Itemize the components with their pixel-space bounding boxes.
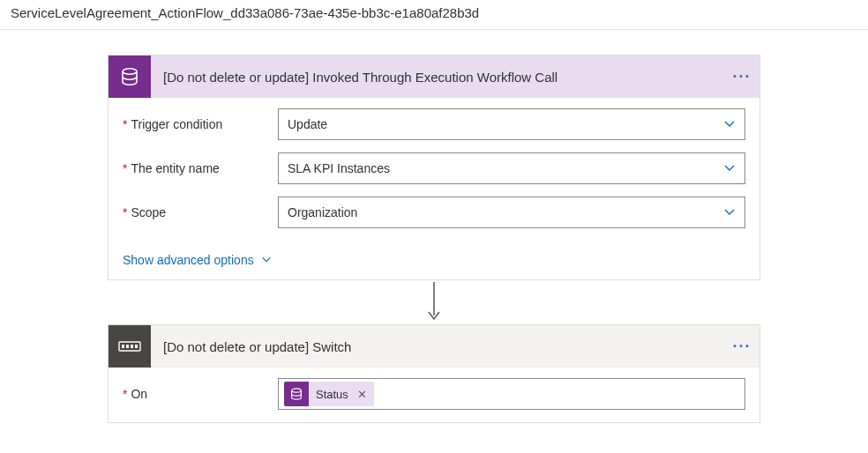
required-star: * xyxy=(123,205,127,219)
trigger-condition-select[interactable]: Update xyxy=(278,108,745,140)
svg-point-0 xyxy=(123,69,137,74)
flow-canvas: [Do not delete or update] Invoked Throug… xyxy=(0,30,868,423)
trigger-card-title: [Do not delete or update] Invoked Throug… xyxy=(151,70,724,85)
switch-card-body: * On Status xyxy=(108,368,760,422)
scope-select[interactable]: Organization xyxy=(278,197,745,228)
status-token[interactable]: Status ✕ xyxy=(284,382,374,406)
trigger-card-body: * Trigger condition Update * The entity … xyxy=(108,98,760,279)
ellipsis-icon: ··· xyxy=(732,69,751,85)
svg-rect-5 xyxy=(131,345,133,348)
chevron-down-icon xyxy=(723,206,736,219)
chevron-down-icon xyxy=(723,118,736,130)
required-star: * xyxy=(123,117,127,131)
switch-card-header[interactable]: [Do not delete or update] Switch ··· xyxy=(108,325,760,368)
ellipsis-icon: ··· xyxy=(732,338,751,354)
switch-card-title: [Do not delete or update] Switch xyxy=(151,339,724,354)
entity-name-select[interactable]: SLA KPI Instances xyxy=(278,152,745,184)
trigger-condition-row: * Trigger condition Update xyxy=(123,108,745,140)
svg-point-7 xyxy=(292,389,302,392)
token-remove-button[interactable]: ✕ xyxy=(355,388,374,401)
link-text: Show advanced options xyxy=(123,253,254,267)
switch-on-label: * On xyxy=(123,387,278,401)
switch-icon xyxy=(108,325,151,368)
scope-label: * Scope xyxy=(123,205,278,219)
label-text: On xyxy=(131,387,147,401)
chevron-down-icon xyxy=(723,162,736,175)
page-title: ServiceLevelAgreement_ActionFlow_dd33a08… xyxy=(0,0,868,30)
flow-connector xyxy=(425,280,443,324)
svg-rect-6 xyxy=(135,345,138,348)
entity-name-label: * The entity name xyxy=(123,161,278,175)
dataverse-icon xyxy=(284,382,309,406)
select-value: SLA KPI Instances xyxy=(288,161,390,175)
label-text: Scope xyxy=(131,205,166,219)
svg-rect-3 xyxy=(122,345,124,348)
svg-rect-4 xyxy=(126,345,129,348)
label-text: The entity name xyxy=(131,161,219,175)
trigger-card-menu-button[interactable]: ··· xyxy=(724,56,760,98)
switch-on-input[interactable]: Status ✕ xyxy=(278,378,745,410)
label-text: Trigger condition xyxy=(131,117,222,131)
select-value: Update xyxy=(288,117,327,131)
chevron-down-icon xyxy=(261,255,272,265)
show-advanced-options-link[interactable]: Show advanced options xyxy=(123,253,272,267)
required-star: * xyxy=(123,161,127,175)
required-star: * xyxy=(123,387,127,401)
page-title-text: ServiceLevelAgreement_ActionFlow_dd33a08… xyxy=(11,5,479,20)
dataverse-icon xyxy=(108,56,151,98)
trigger-card-header[interactable]: [Do not delete or update] Invoked Throug… xyxy=(108,56,760,98)
token-label: Status xyxy=(309,388,355,401)
trigger-condition-label: * Trigger condition xyxy=(123,117,278,131)
switch-card[interactable]: [Do not delete or update] Switch ··· * O… xyxy=(108,324,760,423)
trigger-card[interactable]: [Do not delete or update] Invoked Throug… xyxy=(108,55,760,280)
switch-card-menu-button[interactable]: ··· xyxy=(724,325,760,368)
entity-name-row: * The entity name SLA KPI Instances xyxy=(123,152,745,184)
arrow-down-icon xyxy=(425,280,443,324)
select-value: Organization xyxy=(288,205,357,219)
scope-row: * Scope Organization xyxy=(123,197,745,228)
switch-on-row: * On Status xyxy=(123,378,745,410)
